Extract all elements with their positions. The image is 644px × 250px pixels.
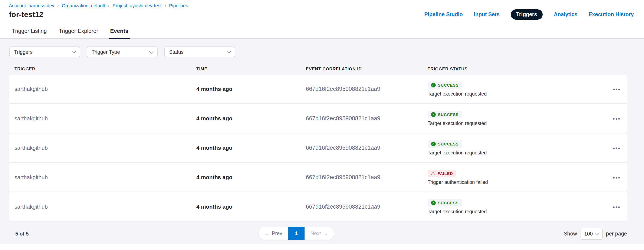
nav-triggers[interactable]: Triggers [511,9,543,20]
row-menu-button[interactable]: ••• [606,114,627,122]
page-size-value: 100 [584,231,593,237]
trigger-name: sarthakgithub [14,174,196,180]
status-detail: Target execution requested [428,209,486,214]
event-correlation-id: 667d16f2ec895908821c1aa9 [306,115,428,121]
nav-pipeline-studio[interactable]: Pipeline Studio [424,12,463,18]
status-label: SUCCESS [438,200,458,205]
nav-analytics[interactable]: Analytics [554,12,577,18]
events-content: Triggers Trigger Type Status TRIGGER TIM… [0,39,644,244]
prev-page-button[interactable]: ← Prev [258,227,288,240]
page-title: for-test12 [9,10,44,19]
check-circle-icon: ✓ [431,142,436,146]
show-label: Show [564,231,577,237]
per-page-label: per page [606,231,627,237]
row-menu-button[interactable]: ••• [606,144,627,152]
next-page-button[interactable]: Next → [304,227,334,240]
tab-trigger-explorer[interactable]: Trigger Explorer [57,24,100,39]
status-label: SUCCESS [438,83,458,87]
check-circle-icon: ✓ [431,83,436,87]
chevron-down-icon [72,49,76,53]
trigger-status-cell: ✓ SUCCESS Target execution requested [428,111,606,126]
status-badge: ✓ SUCCESS [428,81,462,89]
event-time: 4 months ago [196,174,306,180]
column-header-time: TIME [196,67,306,71]
table-body: sarthakgithub 4 months ago 667d16f2ec895… [9,75,627,221]
table-row: sarthakgithub 4 months ago 667d16f2ec895… [9,104,627,133]
prev-label: Prev [272,230,282,236]
row-menu-button[interactable]: ••• [606,173,627,181]
pager: ← Prev 1 Next → [258,227,334,240]
status-detail: Target execution requested [428,121,486,126]
breadcrumb-link-organization[interactable]: Organization: default [62,3,105,8]
row-menu-button[interactable]: ••• [606,85,627,93]
column-header-event-correlation-id: EVENT CORRELATION ID [306,67,428,71]
pipeline-nav: Pipeline Studio Input Sets Triggers Anal… [424,9,634,20]
triggers-filter-select[interactable]: Triggers [9,47,80,57]
warning-icon: ⚠ [431,171,436,176]
triggers-events-page: Account: harness-dev › Organization: def… [0,0,644,250]
status-badge: ✓ SUCCESS [428,199,462,206]
pagination-summary: 5 of 5 [15,231,29,237]
breadcrumb-link-pipelines[interactable]: Pipelines [169,3,188,8]
tab-trigger-listing[interactable]: Trigger Listing [10,24,48,39]
more-options-icon: ••• [613,86,620,92]
status-label: FAILED [438,171,453,176]
table-row: sarthakgithub 4 months ago 667d16f2ec895… [9,192,627,221]
tab-bar: Trigger Listing Trigger Explorer Events [0,24,644,39]
more-options-icon: ••• [613,174,620,181]
trigger-status-cell: ✓ SUCCESS Target execution requested [428,140,606,155]
status-label: SUCCESS [438,112,458,117]
trigger-type-filter-select[interactable]: Trigger Type [87,47,158,57]
status-filter-select[interactable]: Status [164,47,235,57]
event-time: 4 months ago [196,203,306,210]
nav-execution-history[interactable]: Execution History [588,12,634,18]
arrow-right-icon: → [323,230,328,236]
breadcrumb-link-project[interactable]: Project: ayushi-dev-test [113,3,162,8]
check-circle-icon: ✓ [431,200,436,205]
check-circle-icon: ✓ [431,112,436,117]
trigger-name: sarthakgithub [14,115,196,121]
tab-events[interactable]: Events [108,24,130,39]
page-button-1[interactable]: 1 [288,227,304,240]
more-options-icon: ••• [613,145,620,151]
breadcrumb-link-account[interactable]: Account: harness-dev [9,3,54,8]
column-header-trigger-status: TRIGGER STATUS [428,67,606,71]
more-options-icon: ••• [613,204,620,210]
breadcrumb: Account: harness-dev › Organization: def… [9,3,634,8]
page-size-controls: Show 100 per page [564,228,627,240]
row-menu-button[interactable]: ••• [606,203,627,210]
status-badge: ⚠ FAILED [428,170,456,177]
table-row: sarthakgithub 4 months ago 667d16f2ec895… [9,163,627,192]
event-time: 4 months ago [196,86,306,92]
table-header: TRIGGER TIME EVENT CORRELATION ID TRIGGE… [9,67,627,71]
trigger-status-cell: ✓ SUCCESS Target execution requested [428,199,606,214]
column-header-trigger: TRIGGER [14,67,196,71]
chevron-right-icon: › [57,3,59,8]
chevron-right-icon: › [108,3,110,8]
chevron-right-icon: › [164,3,166,8]
trigger-name: sarthakgithub [14,145,196,151]
triggers-filter-label: Triggers [14,49,32,55]
trigger-status-cell: ✓ SUCCESS Target execution requested [428,81,606,96]
event-correlation-id: 667d16f2ec895908821c1aa9 [306,174,428,180]
trigger-name: sarthakgithub [14,86,196,92]
chevron-down-icon [227,49,231,53]
more-options-icon: ••• [613,115,620,122]
trigger-status-cell: ⚠ FAILED Trigger authentication failed [428,170,606,185]
nav-input-sets[interactable]: Input Sets [474,12,500,18]
status-detail: Target execution requested [428,150,486,155]
chevron-down-icon [149,49,154,53]
bottom-strip [0,244,644,250]
event-time: 4 months ago [196,145,306,151]
trigger-type-filter-label: Trigger Type [92,49,120,55]
pagination-bar: 5 of 5 ← Prev 1 Next → Show 100 per page [9,227,627,241]
next-label: Next [310,230,321,236]
page-header: Account: harness-dev › Organization: def… [0,0,644,20]
table-row: sarthakgithub 4 months ago 667d16f2ec895… [9,75,627,103]
status-detail: Trigger authentication failed [428,180,488,185]
event-correlation-id: 667d16f2ec895908821c1aa9 [306,203,428,210]
status-label: SUCCESS [438,142,458,146]
page-size-select[interactable]: 100 [580,228,602,240]
filters-row: Triggers Trigger Type Status [0,39,644,57]
status-badge: ✓ SUCCESS [428,140,462,148]
